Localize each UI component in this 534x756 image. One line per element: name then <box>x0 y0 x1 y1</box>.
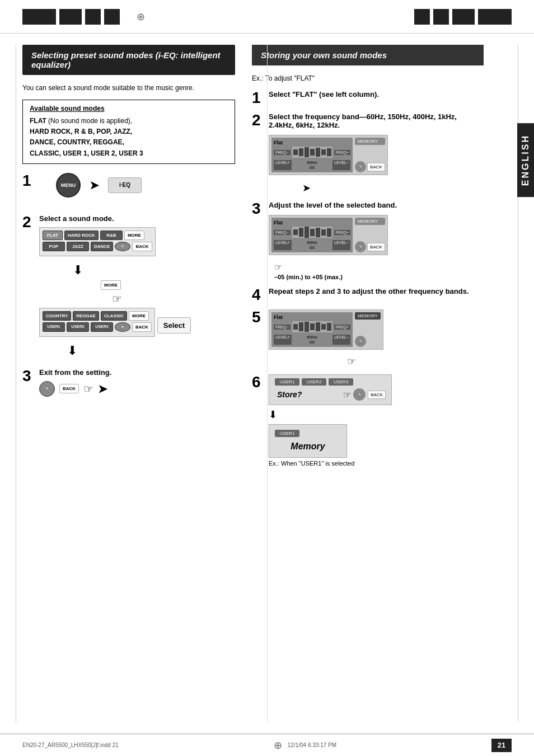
icon-btn-2[interactable]: 🔘 <box>115 322 130 332</box>
left-section-title: Selecting preset sound modes (i-EQ: inte… <box>22 45 235 75</box>
memory-btn-3[interactable]: MEMORY <box>355 218 385 225</box>
eq-main-3: Flat FREQ− <box>271 218 353 252</box>
freq-db: 60Hz00 <box>307 160 317 170</box>
left-step-1: 1 MENU ➤ i·EQ <box>22 173 235 206</box>
select-label: Select <box>157 317 191 334</box>
user2-button-left[interactable]: USER2 <box>67 322 89 332</box>
right-step-1-content: Select "FLAT" (see left column). <box>269 90 484 104</box>
jazz-button[interactable]: JAZZ <box>67 242 89 251</box>
store-back-btn[interactable]: BACK <box>368 391 386 399</box>
right-step-3-num: 3 <box>252 201 264 217</box>
right-step-6-num: 6 <box>252 374 264 390</box>
back-btn-eq-3[interactable]: BACK <box>367 243 385 251</box>
right-step-5-content: Flat FREQ− <box>269 309 484 368</box>
bar-4 <box>310 149 315 156</box>
footer-crosshair: ⊕ <box>274 739 282 752</box>
bar-1 <box>293 149 298 155</box>
crosshair-icon: ⊕ <box>137 11 145 23</box>
bar-6 <box>321 149 326 155</box>
eq-right-panel-5: MEMORY 🔘 BA <box>355 312 381 347</box>
freq-plus-btn[interactable]: FREQ+ <box>334 150 351 155</box>
freq-minus-btn[interactable]: FREQ− <box>274 150 291 155</box>
right-step-4-num: 4 <box>252 287 264 303</box>
footer-date: 12/1/04 6:33:17 PM <box>288 742 336 748</box>
black-block-4 <box>104 9 120 25</box>
hard-rock-button[interactable]: HARD ROCK <box>64 231 99 240</box>
level-plus-btn-3[interactable]: LEVEL+ <box>274 240 292 250</box>
btn-row-1: FLAT HARD ROCK R&B MORE <box>43 231 152 240</box>
level-plus-btn[interactable]: LEVEL+ <box>274 160 292 170</box>
user3-button-left[interactable]: USER3 <box>91 322 113 332</box>
store-user-row: USER1 USER2 USER3 <box>275 378 386 386</box>
finger-pointer-1: ☞ <box>112 292 235 306</box>
right-step-1: 1 Select "FLAT" (see left column). <box>252 90 484 106</box>
step-2-number: 2 <box>22 214 35 230</box>
back-icon-5[interactable]: 🔘 <box>355 336 366 347</box>
rb-button[interactable]: R&B <box>100 231 123 240</box>
back-button-3[interactable]: BACK <box>59 384 79 393</box>
back-icon-3[interactable]: 🔘 <box>355 241 366 252</box>
freq-minus-btn-3[interactable]: FREQ− <box>274 230 291 235</box>
eq-mode-label-3: Flat <box>274 220 350 226</box>
store-user2-btn[interactable]: USER2 <box>302 378 326 386</box>
memory-user1-btn[interactable]: USER1 <box>275 430 299 437</box>
back-btn-eq[interactable]: BACK <box>367 163 385 171</box>
level-minus-btn-5[interactable]: LEVEL− <box>332 335 350 345</box>
icon-btn-1[interactable]: 🔘 <box>115 242 130 251</box>
example-label: Ex.: To adjust "FLAT" <box>252 73 484 83</box>
finger-pointer-3: ☞ <box>274 262 484 273</box>
level-minus-btn[interactable]: LEVEL− <box>332 160 350 170</box>
step-1-number: 1 <box>22 173 35 189</box>
back-button-1[interactable]: BACK <box>132 242 152 251</box>
freq-minus-btn-5[interactable]: FREQ− <box>274 325 291 330</box>
back-panel-row-3: 🔘 BACK <box>355 241 385 252</box>
header-left-blocks <box>22 9 120 25</box>
step-2-label: Select a sound mode. <box>39 214 235 223</box>
flat-button[interactable]: FLAT <box>43 231 63 240</box>
right-step-6: 6 USER1 USER2 USER3 Store? ☞ 🔘 BACK <box>252 374 484 467</box>
black-block-8 <box>478 9 512 25</box>
country-button[interactable]: COUNTRY <box>43 311 71 321</box>
freq-plus-btn-3[interactable]: FREQ+ <box>334 230 351 235</box>
reggae-button[interactable]: REGGAE <box>73 311 99 321</box>
store-question-row: Store? ☞ 🔘 BACK <box>275 388 386 401</box>
caption-text: Ex.: When "USER1" is selected <box>269 460 484 467</box>
right-step-2-num: 2 <box>252 112 264 128</box>
menu-button[interactable]: MENU <box>56 173 81 198</box>
memory-btn[interactable]: MEMORY <box>355 138 385 145</box>
back-panel-row: 🔘 BACK <box>355 161 385 172</box>
ieq-button[interactable]: i·EQ <box>108 177 142 193</box>
freq-plus-btn-5[interactable]: FREQ+ <box>334 325 351 330</box>
more-button-2[interactable]: MORE <box>101 280 121 290</box>
memory-panel: USER1 Memory <box>269 424 347 458</box>
memory-btn-5[interactable]: MEMORY <box>355 312 381 320</box>
eq-level-row-5: FREQ− FREQ+ <box>274 321 350 332</box>
left-step-3: 3 Exit from the setting. 🔘 BACK ☞ ➤ <box>22 368 235 397</box>
step-1-content: MENU ➤ i·EQ <box>39 173 235 206</box>
bar3-2 <box>299 228 303 237</box>
more-button-3[interactable]: MORE <box>129 311 149 321</box>
eq-level-row-3: FREQ− FREQ+ <box>274 227 350 238</box>
back-button-2[interactable]: BACK <box>132 322 152 332</box>
eq-right-panel: MEMORY 🔘 BACK <box>355 138 385 172</box>
dance-button[interactable]: DANCE <box>91 242 113 251</box>
bar5-2 <box>299 322 303 331</box>
store-icon-btn[interactable]: 🔘 <box>353 388 366 401</box>
user1-button-left[interactable]: USER1 <box>43 322 65 332</box>
level-minus-btn-3[interactable]: LEVEL− <box>332 240 350 250</box>
store-user1-btn[interactable]: USER1 <box>275 378 299 386</box>
more-button-1[interactable]: MORE <box>124 231 144 240</box>
back-icon[interactable]: 🔘 <box>355 161 366 172</box>
pop-button[interactable]: POP <box>43 242 65 251</box>
right-step-6-content: USER1 USER2 USER3 Store? ☞ 🔘 BACK ⬇ <box>269 374 484 467</box>
eq-panel-step2: Flat FREQ− <box>269 135 388 175</box>
store-user3-btn[interactable]: USER3 <box>329 378 353 386</box>
down-arrow-6: ⬇ <box>269 408 484 421</box>
black-block-1 <box>22 9 56 25</box>
level-controls-5: LEVEL+ 60Hz00 LEVEL− <box>274 335 350 345</box>
classic-button[interactable]: CLASSIC <box>101 311 127 321</box>
right-step-3: 3 Adjust the level of the selected band.… <box>252 201 484 280</box>
eq-right-panel-3: MEMORY 🔘 BACK <box>355 218 385 252</box>
level-plus-btn-5[interactable]: LEVEL+ <box>274 335 292 345</box>
icon-btn-3[interactable]: 🔘 <box>39 381 55 397</box>
